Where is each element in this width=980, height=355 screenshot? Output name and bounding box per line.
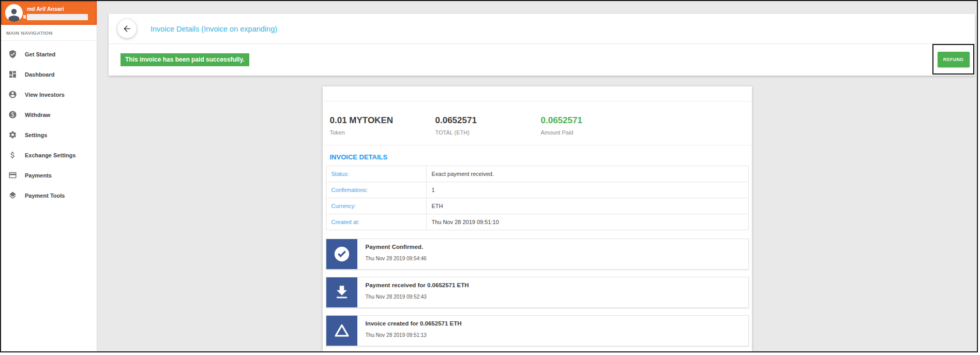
sidebar: md Arif Ansari MAIN NAVIGATION Get Start… (1, 1, 97, 351)
dollar-sign-icon (8, 151, 17, 159)
person-circle-icon (8, 90, 17, 99)
sidebar-item-exchange-settings[interactable]: Exchange Settings (1, 145, 97, 165)
invoice-details-heading: INVOICE DETAILS (323, 145, 752, 166)
avatar (5, 4, 23, 22)
invoice-card-header-strip (323, 86, 752, 101)
detail-value: Exact payment received. (426, 166, 748, 182)
layers-icon (8, 191, 17, 200)
page-title: Invoice Details (Invoice on expanding) (150, 25, 277, 33)
sidebar-item-payments[interactable]: Payments (1, 165, 97, 185)
page-header-card: Invoice Details (Invoice on expanding) T… (109, 14, 975, 76)
user-name: md Arif Ansari (27, 6, 93, 12)
timeline-title: Payment received for 0.0652571 ETH (366, 282, 469, 288)
sidebar-item-withdraw[interactable]: Withdraw (1, 105, 97, 125)
sidebar-item-dashboard[interactable]: Dashboard (1, 64, 97, 84)
detail-value: ETH (426, 198, 748, 214)
timeline-timestamp: Thu Nov 28 2019 09:51:13 (366, 332, 462, 338)
summary-amount-paid: 0.0652571 Amount Paid (541, 115, 646, 136)
sidebar-item-label: Get Started (25, 51, 55, 57)
back-button[interactable] (117, 19, 137, 38)
timeline-title: Payment Confirmed. (366, 244, 427, 250)
table-row: Confirmations: 1 (326, 182, 748, 198)
timeline-item-confirmed: Payment Confirmed. Thu Nov 28 2019 09:54… (326, 239, 749, 270)
gear-icon (8, 130, 17, 139)
sidebar-item-settings[interactable]: Settings (1, 125, 97, 145)
total-eth-amount: 0.0652571 (435, 115, 541, 126)
sidebar-item-label: Withdraw (25, 112, 50, 118)
table-row: Currency: ETH (326, 198, 748, 214)
amount-paid-label: Amount Paid (541, 129, 646, 136)
shield-check-icon (8, 50, 17, 58)
detail-value: Thu Nov 28 2019 09:51:10 (426, 214, 748, 230)
sidebar-item-label: Payments (25, 172, 52, 179)
detail-label: Status: (326, 166, 426, 182)
triangle-icon (326, 316, 357, 346)
invoice-timeline: Payment Confirmed. Thu Nov 28 2019 09:54… (326, 239, 749, 346)
timeline-timestamp: Thu Nov 28 2019 09:54:46 (366, 256, 427, 261)
token-label: Token (330, 129, 435, 136)
sidebar-item-get-started[interactable]: Get Started (1, 44, 97, 64)
table-row: Status: Exact payment received. (326, 166, 748, 182)
amount-paid-value: 0.0652571 (541, 115, 646, 126)
invoice-card: 0.01 MYTOKEN Token 0.0652571 TOTAL (ETH)… (323, 86, 752, 351)
dashboard-grid-icon (8, 70, 17, 79)
sidebar-item-label: Payment Tools (25, 193, 65, 199)
refund-annotation-box: REFUND (932, 44, 974, 75)
summary-total: 0.0652571 TOTAL (ETH) (435, 115, 541, 136)
timeline-item-invoice-created: Invoice created for 0.0652571 ETH Thu No… (326, 315, 749, 346)
detail-label: Confirmations: (326, 182, 426, 198)
check-circle-icon (326, 239, 357, 269)
nav-section-label: MAIN NAVIGATION (1, 25, 97, 41)
download-icon (326, 277, 357, 307)
token-amount: 0.01 MYTOKEN (330, 115, 435, 126)
total-eth-label: TOTAL (ETH) (435, 129, 541, 136)
invoice-summary: 0.01 MYTOKEN Token 0.0652571 TOTAL (ETH)… (323, 101, 752, 145)
dollar-circle-icon (8, 110, 17, 119)
user-profile[interactable]: md Arif Ansari (1, 1, 97, 25)
arrow-back-icon (122, 24, 132, 34)
sidebar-item-view-investors[interactable]: View Investors (1, 84, 97, 105)
invoice-details-table: Status: Exact payment received. Confirma… (326, 166, 749, 230)
refund-button[interactable]: REFUND (938, 52, 970, 67)
timeline-title: Invoice created for 0.0652571 ETH (366, 320, 462, 327)
sidebar-item-label: Exchange Settings (25, 152, 76, 158)
table-row: Created at: Thu Nov 28 2019 09:51:10 (326, 214, 748, 230)
summary-token: 0.01 MYTOKEN Token (330, 115, 435, 136)
screenshot-frame: md Arif Ansari MAIN NAVIGATION Get Start… (0, 0, 978, 352)
main-content: Invoice Details (Invoice on expanding) T… (97, 1, 977, 351)
user-email-redacted (27, 14, 88, 20)
person-icon (6, 6, 22, 22)
main-navigation: Get Started Dashboard View Investors Wit… (1, 41, 97, 205)
sidebar-item-payment-tools[interactable]: Payment Tools (1, 185, 97, 205)
timeline-timestamp: Thu Nov 28 2019 09:52:43 (366, 294, 469, 300)
sidebar-item-label: View Investors (25, 92, 65, 98)
detail-label: Currency: (326, 198, 426, 214)
detail-label: Created at: (326, 214, 426, 230)
paid-success-banner: This invoice has been paid successfully. (120, 53, 249, 66)
sidebar-item-label: Settings (25, 132, 47, 138)
timeline-item-payment-received: Payment received for 0.0652571 ETH Thu N… (326, 277, 749, 308)
detail-value: 1 (426, 182, 748, 198)
sidebar-item-label: Dashboard (25, 71, 54, 78)
credit-card-icon (8, 171, 17, 180)
